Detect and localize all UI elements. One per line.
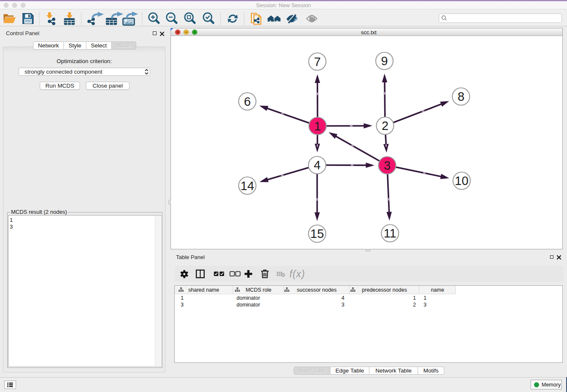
svg-text:8: 8 — [457, 90, 464, 103]
svg-text:2: 2 — [382, 119, 388, 133]
svg-text:f(x): f(x) — [289, 268, 305, 279]
svg-text:1: 1 — [314, 119, 321, 133]
svg-text:6: 6 — [244, 95, 250, 108]
svg-text:15: 15 — [310, 227, 324, 240]
svg-text:14: 14 — [240, 179, 254, 193]
svg-text:4: 4 — [314, 158, 320, 172]
svg-text:9: 9 — [381, 54, 388, 68]
svg-text:11: 11 — [384, 226, 396, 240]
svg-text:10: 10 — [455, 174, 468, 188]
svg-text:7: 7 — [314, 55, 321, 69]
svg-text:3: 3 — [384, 159, 391, 172]
